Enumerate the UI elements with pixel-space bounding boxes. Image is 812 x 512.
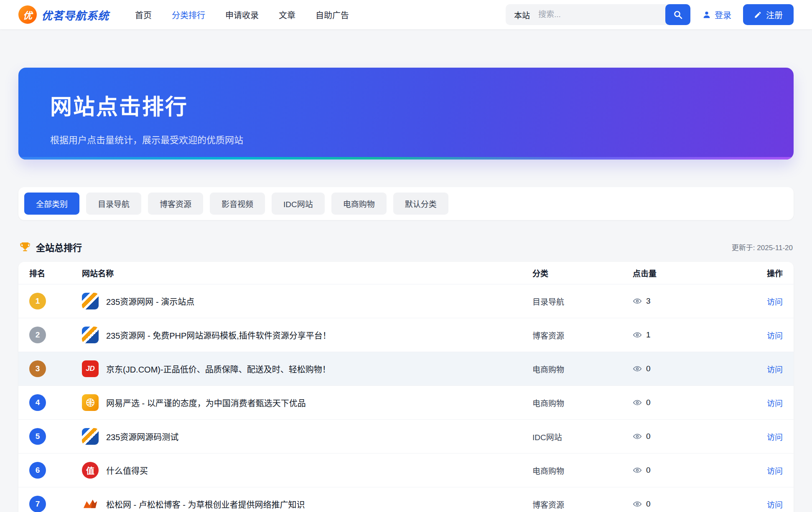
visit-link[interactable]: 访问 — [767, 467, 783, 476]
songsong-logo-icon — [82, 496, 99, 512]
search-icon — [673, 10, 683, 20]
brand-logo-icon: 优 — [18, 5, 37, 24]
rank-badge: 7 — [29, 496, 46, 512]
site-name[interactable]: 235资源网源码测试 — [106, 431, 178, 443]
site-category: IDC网站 — [532, 431, 633, 442]
nav-item-apply-inclusion[interactable]: 申请收录 — [225, 9, 259, 21]
updated-date: 更新于: 2025-11-20 — [732, 242, 793, 252]
login-link[interactable]: 登录 — [702, 9, 731, 21]
site-category: 电商购物 — [532, 397, 633, 408]
table-row: 3 JD 京东(JD.COM)-正品低价、品质保障、配送及时、轻松购物！ 电商购… — [18, 352, 794, 386]
rank-badge: 1 — [29, 293, 46, 309]
eye-icon — [633, 330, 642, 340]
filter-directory-nav[interactable]: 目录导航 — [86, 193, 141, 215]
table-row: 1 235资源网网 - 演示站点 目录导航 3 访问 — [18, 284, 794, 318]
column-header-category: 分类 — [532, 267, 633, 279]
trophy-icon — [19, 241, 31, 253]
table-row: 4 网易严选 - 以严谨的态度，为中国消费者甄选天下优品 电商购物 0 访问 — [18, 386, 794, 420]
click-count: 0 — [646, 398, 651, 407]
register-button[interactable]: 注册 — [743, 4, 794, 25]
jd-logo-icon: JD — [82, 360, 99, 377]
nav-item-articles[interactable]: 文章 — [279, 9, 295, 21]
click-count: 3 — [646, 297, 651, 306]
site-name[interactable]: 什么值得买 — [106, 464, 148, 477]
site-name[interactable]: 235资源网 - 免费PHP网站源码模板,插件软件资源分享平台！ — [106, 329, 331, 341]
eye-icon — [633, 297, 642, 306]
brand-logo[interactable]: 优 优茗导航系统 — [18, 5, 109, 24]
brand-name: 优茗导航系统 — [41, 7, 109, 23]
site-name[interactable]: 松松网 - 卢松松博客 - 为草根创业者提供网络推广知识 — [106, 498, 305, 510]
click-count: 0 — [646, 364, 651, 373]
235-logo-icon — [82, 293, 99, 309]
search-button[interactable] — [665, 4, 690, 25]
column-header-rank: 排名 — [18, 267, 82, 279]
column-header-name: 网站名称 — [82, 267, 532, 279]
filter-all-categories[interactable]: 全部类别 — [24, 193, 79, 215]
site-category: 电商购物 — [532, 465, 633, 476]
rank-badge: 2 — [29, 327, 46, 343]
filter-blog-resources[interactable]: 博客资源 — [148, 193, 203, 215]
table-row: 7 松松网 - 卢松松博客 - 为草根创业者提供网络推广知识 博客资源 0 访问 — [18, 487, 794, 512]
pencil-icon — [754, 11, 762, 19]
visit-link[interactable]: 访问 — [767, 501, 783, 509]
column-header-action: 操作 — [735, 267, 794, 279]
register-label: 注册 — [766, 9, 783, 21]
header-right: 本站 登录 注册 — [506, 4, 794, 25]
site-name[interactable]: 网易严选 - 以严谨的态度，为中国消费者甄选天下优品 — [106, 397, 306, 409]
eye-icon — [633, 466, 642, 475]
user-icon — [702, 10, 711, 19]
visit-link[interactable]: 访问 — [767, 433, 783, 442]
click-count: 0 — [646, 432, 651, 441]
table-row: 2 235资源网 - 免费PHP网站源码模板,插件软件资源分享平台！ 博客资源 … — [18, 318, 794, 352]
column-header-clicks: 点击量 — [633, 267, 735, 279]
click-count: 1 — [646, 330, 651, 340]
page-subtitle: 根据用户点击量统计，展示最受欢迎的优质网站 — [50, 132, 762, 146]
filter-video-media[interactable]: 影音视频 — [210, 193, 265, 215]
table-header-row: 排名 网站名称 分类 点击量 操作 — [18, 262, 794, 284]
eye-icon — [633, 432, 642, 441]
site-category: 电商购物 — [532, 363, 633, 375]
hero-banner: 网站点击排行 根据用户点击量统计，展示最受欢迎的优质网站 — [18, 68, 794, 160]
rank-badge: 4 — [29, 394, 46, 411]
page-title: 网站点击排行 — [50, 89, 762, 121]
click-count: 0 — [646, 499, 651, 509]
235-logo-icon — [82, 428, 99, 445]
nav-item-self-ads[interactable]: 自助广告 — [316, 9, 349, 21]
visit-link[interactable]: 访问 — [767, 365, 783, 374]
yanxuan-logo-icon — [82, 394, 99, 411]
site-name[interactable]: 京东(JD.COM)-正品低价、品质保障、配送及时、轻松购物！ — [106, 363, 331, 375]
eye-icon — [633, 499, 642, 509]
filter-ecommerce[interactable]: 电商购物 — [331, 193, 387, 215]
rank-badge: 5 — [29, 428, 46, 445]
visit-link[interactable]: 访问 — [767, 399, 783, 408]
rank-badge: 3 — [29, 360, 46, 377]
top-navbar: 优 优茗导航系统 首页 分类排行 申请收录 文章 自助广告 本站 — [0, 0, 812, 29]
visit-link[interactable]: 访问 — [767, 332, 783, 340]
site-category: 博客资源 — [532, 330, 633, 341]
table-row: 6 值 什么值得买 电商购物 0 访问 — [18, 454, 794, 487]
rank-badge: 6 — [29, 462, 46, 479]
main-nav: 首页 分类排行 申请收录 文章 自助广告 — [135, 9, 349, 21]
search-scope-select[interactable]: 本站 — [506, 9, 538, 20]
ranking-section-header: 全站总排行 更新于: 2025-11-20 — [19, 240, 793, 253]
filter-idc-sites[interactable]: IDC网站 — [272, 193, 325, 215]
nav-item-home[interactable]: 首页 — [135, 9, 152, 21]
site-name[interactable]: 235资源网网 - 演示站点 — [106, 295, 194, 307]
click-count: 0 — [646, 466, 651, 475]
smzdm-logo-icon: 值 — [82, 462, 99, 479]
login-label: 登录 — [715, 9, 731, 21]
eye-icon — [633, 364, 642, 373]
main-content: 网站点击排行 根据用户点击量统计，展示最受欢迎的优质网站 全部类别 目录导航 博… — [0, 68, 812, 512]
table-row: 5 235资源网源码测试 IDC网站 0 访问 — [18, 420, 794, 454]
search-bar: 本站 — [506, 4, 690, 25]
nav-item-category-ranking[interactable]: 分类排行 — [172, 9, 205, 21]
235-logo-icon — [82, 327, 99, 343]
visit-link[interactable]: 访问 — [767, 298, 783, 307]
ranking-table: 排名 网站名称 分类 点击量 操作 1 235资源网网 - 演示站点 目录导航 … — [18, 262, 794, 512]
ranking-title: 全站总排行 — [36, 240, 82, 253]
site-category: 博客资源 — [532, 499, 633, 510]
filter-default-category[interactable]: 默认分类 — [393, 193, 448, 215]
site-category: 目录导航 — [532, 296, 633, 307]
category-filter-bar: 全部类别 目录导航 博客资源 影音视频 IDC网站 电商购物 默认分类 — [18, 187, 794, 220]
eye-icon — [633, 398, 642, 407]
